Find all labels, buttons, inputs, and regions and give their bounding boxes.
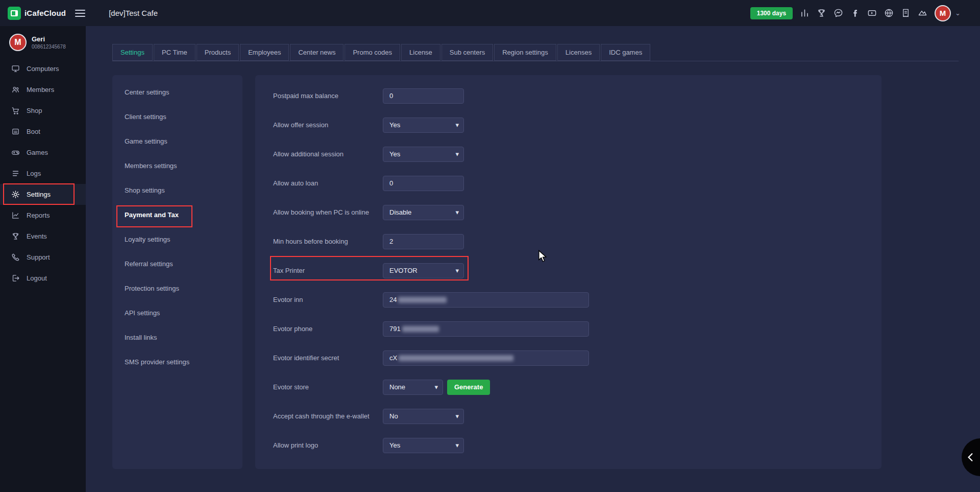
partner-brand-icon[interactable] xyxy=(918,8,927,18)
tab-center-news[interactable]: Center news xyxy=(290,44,344,61)
evotor-phone-input[interactable]: 791 xyxy=(383,321,589,337)
users-icon xyxy=(11,85,20,94)
messenger-icon[interactable] xyxy=(834,8,843,18)
menu-sms-provider-settings[interactable]: SMS provider settings xyxy=(112,349,242,374)
menu-game-settings[interactable]: Game settings xyxy=(112,129,242,153)
field-label: Tax Printer xyxy=(273,267,383,274)
sidebar-item-members[interactable]: Members xyxy=(0,79,86,100)
chart-icon xyxy=(11,211,20,220)
chevron-left-icon xyxy=(967,453,974,462)
sidebar-item-support[interactable]: Support xyxy=(0,247,86,268)
icafecloud-logo-icon xyxy=(8,7,21,20)
tab-idc-games[interactable]: IDC games xyxy=(601,44,650,61)
boot-drive-icon xyxy=(11,127,20,136)
form-row: Postpaid max balance 0 xyxy=(255,81,881,110)
evotor-identifier-secret-input[interactable]: cX xyxy=(383,350,589,366)
sidebar-item-shop[interactable]: Shop xyxy=(0,100,86,121)
menu-center-settings[interactable]: Center settings xyxy=(112,80,242,104)
menu-install-links[interactable]: Install links xyxy=(112,325,242,349)
evotor-inn-input[interactable]: 24 xyxy=(383,292,589,308)
field-label: Allow print logo xyxy=(273,441,383,449)
tab-licenses[interactable]: Licenses xyxy=(557,44,600,61)
menu-members-settings[interactable]: Members settings xyxy=(112,153,242,178)
user-avatar: M xyxy=(9,34,27,51)
allow-booking-pc-online-select[interactable]: Disable xyxy=(383,205,464,220)
field-label: Allow booking when PC is online xyxy=(273,208,383,216)
tab-settings[interactable]: Settings xyxy=(112,44,153,61)
sidebar-item-label: Boot xyxy=(27,128,40,135)
sidebar-item-label: Members xyxy=(27,86,54,93)
generate-button[interactable]: Generate xyxy=(447,380,490,395)
tab-employees[interactable]: Employees xyxy=(240,44,289,61)
tab-bar: Settings PC Time Products Employees Cent… xyxy=(112,44,959,61)
billing-receipt-icon[interactable] xyxy=(901,8,911,18)
postpaid-max-balance-input[interactable]: 0 xyxy=(383,88,464,104)
stats-icon[interactable] xyxy=(800,8,810,18)
sidebar-item-label: Computers xyxy=(27,65,59,73)
sidebar-item-computers[interactable]: Computers xyxy=(0,58,86,79)
allow-auto-loan-input[interactable]: 0 xyxy=(383,176,464,191)
facebook-icon[interactable] xyxy=(850,8,860,18)
allow-print-logo-select[interactable]: Yes xyxy=(383,438,464,453)
field-label: Evotor identifier secret xyxy=(273,354,383,362)
sidebar-item-label: Games xyxy=(27,149,48,156)
tax-printer-select[interactable]: EVOTOR xyxy=(383,263,464,278)
min-hours-before-booking-input[interactable]: 2 xyxy=(383,234,464,249)
tab-pc-time[interactable]: PC Time xyxy=(154,44,195,61)
field-label: Allow additional session xyxy=(273,150,383,158)
sidebar-item-settings[interactable]: Settings xyxy=(0,184,86,205)
field-label: Allow offer session xyxy=(273,121,383,129)
youtube-icon[interactable] xyxy=(867,8,877,18)
tab-sub-centers[interactable]: Sub centers xyxy=(442,44,493,61)
tournament-icon[interactable] xyxy=(817,8,826,18)
redacted-text xyxy=(398,297,447,303)
form-row: Evotor phone 791 xyxy=(255,314,881,343)
form-row: Allow print logo Yes xyxy=(255,431,881,460)
sidebar-item-label: Logs xyxy=(27,170,41,177)
brand[interactable]: iCafeCloud xyxy=(8,7,66,20)
form-row-partial xyxy=(255,460,881,469)
sidebar-item-reports[interactable]: Reports xyxy=(0,205,86,226)
website-globe-icon[interactable] xyxy=(884,8,894,18)
menu-api-settings[interactable]: API settings xyxy=(112,300,242,325)
form-row: Allow additional session Yes xyxy=(255,139,881,169)
field-label: Evotor phone xyxy=(273,325,383,333)
phone-icon xyxy=(11,253,20,262)
evotor-store-select[interactable]: None xyxy=(383,380,443,395)
account-avatar[interactable]: M xyxy=(935,5,951,21)
menu-loyalty-settings[interactable]: Loyalty settings xyxy=(112,227,242,251)
cart-icon xyxy=(11,106,20,115)
tab-region-settings[interactable]: Region settings xyxy=(494,44,556,61)
tab-products[interactable]: Products xyxy=(197,44,239,61)
hamburger-menu-icon[interactable] xyxy=(75,8,85,19)
form-row: Min hours before booking 2 xyxy=(255,227,881,256)
menu-protection-settings[interactable]: Protection settings xyxy=(112,276,242,300)
menu-client-settings[interactable]: Client settings xyxy=(112,104,242,129)
redacted-text xyxy=(399,355,513,361)
sidebar-item-boot[interactable]: Boot xyxy=(0,121,86,142)
trophy-icon xyxy=(11,232,20,241)
allow-offer-session-select[interactable]: Yes xyxy=(383,118,464,133)
field-label: Evotor inn xyxy=(273,296,383,303)
account-chevron-down-icon[interactable]: ⌄ xyxy=(955,9,961,17)
allow-additional-session-select[interactable]: Yes xyxy=(383,147,464,162)
sidebar-item-games[interactable]: Games xyxy=(0,142,86,163)
sidebar-item-label: Logout xyxy=(27,274,47,282)
sidebar-item-events[interactable]: Events xyxy=(0,226,86,247)
value-prefix: 24 xyxy=(389,296,397,303)
sidebar-user[interactable]: M Geri 008612345678 xyxy=(0,26,86,58)
tab-promo-codes[interactable]: Promo codes xyxy=(345,44,400,61)
menu-shop-settings[interactable]: Shop settings xyxy=(112,178,242,202)
sidebar-item-label: Events xyxy=(27,232,47,240)
sidebar-item-label: Reports xyxy=(27,212,50,219)
days-remaining-badge[interactable]: 1300 days xyxy=(750,7,793,19)
form-row: Evotor inn 24 xyxy=(255,285,881,314)
payment-tax-form: Postpaid max balance 0 Allow offer sessi… xyxy=(255,75,881,469)
accept-cash-ewallet-select[interactable]: No xyxy=(383,409,464,424)
sidebar-item-logout[interactable]: Logout xyxy=(0,268,86,289)
sidebar-item-logs[interactable]: Logs xyxy=(0,163,86,184)
menu-referral-settings[interactable]: Referral settings xyxy=(112,251,242,276)
list-icon xyxy=(11,169,20,178)
tab-license[interactable]: License xyxy=(401,44,440,61)
menu-payment-and-tax[interactable]: Payment and Tax xyxy=(112,202,242,227)
